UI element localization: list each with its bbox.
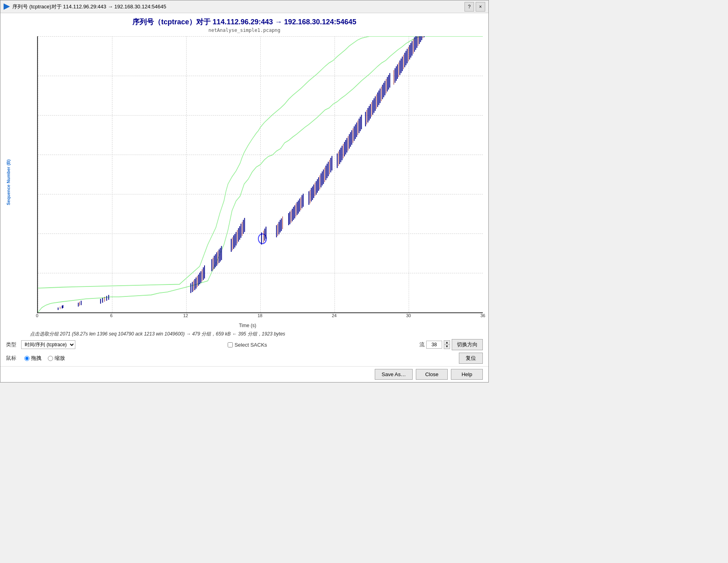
grid-h-7: [38, 312, 483, 313]
main-window: 序列号 (tcptrace)对于 114.112.96.29:443 → 192…: [0, 0, 489, 383]
flow-label: 流: [419, 341, 425, 348]
x-label-0: 0: [36, 313, 38, 318]
x-axis-title: Time (s): [12, 323, 483, 328]
reset-button[interactable]: 复位: [459, 353, 483, 364]
flow-number-input[interactable]: [426, 341, 442, 349]
flow-spinner[interactable]: ▲ ▼: [444, 340, 450, 349]
y-axis-label: Sequence Number (B): [6, 36, 11, 328]
controls-row2: 鼠标 拖拽 缩放 复位: [6, 353, 483, 364]
flow-control: 流 ▲ ▼ 切换方向: [419, 339, 483, 350]
zoom-radio[interactable]: [48, 356, 53, 361]
info-bar: 点击选取分组 2071 (58.27s len 1396 seq 104790 …: [30, 331, 483, 337]
title-bar: 序列号 (tcptrace)对于 114.112.96.29:443 → 192…: [0, 0, 488, 13]
select-sacks-label: Select SACKs: [234, 342, 267, 348]
save-as-button[interactable]: Save As…: [375, 369, 413, 380]
title-bar-buttons: ? ×: [464, 2, 485, 12]
x-label-18: 18: [258, 313, 262, 318]
drag-radio-item[interactable]: 拖拽: [24, 355, 41, 362]
x-label-12: 12: [183, 313, 188, 318]
chart-plot[interactable]: 700000 600000 500000 400000 300000 20000…: [37, 36, 483, 313]
x-label-30: 30: [406, 313, 411, 318]
mouse-mode-group: 拖拽 缩放: [24, 355, 65, 362]
flow-spin-down[interactable]: ▼: [444, 345, 450, 349]
chart-area: Sequence Number (B) 700000 600000 500000…: [6, 36, 483, 328]
flow-spin-up[interactable]: ▲: [444, 341, 450, 345]
x-label-24: 24: [332, 313, 336, 318]
close-button[interactable]: Close: [416, 369, 448, 380]
controls-row1: 类型 时间/序列 (tcptrace) Select SACKs 流 ▲ ▼ 切…: [6, 339, 483, 350]
main-content: 序列号（tcptrace）对于 114.112.96.29:443 → 192.…: [0, 13, 488, 366]
close-title-button[interactable]: ×: [476, 2, 485, 12]
sacks-area: Select SACKs: [80, 342, 415, 348]
drag-label: 拖拽: [31, 355, 41, 362]
select-sacks-checkbox[interactable]: [228, 342, 233, 347]
chart-subtitle: netAnalyse_simple1.pcapng: [6, 27, 483, 33]
x-axis-labels: 0 6 12 18 24 30 36: [37, 313, 483, 322]
mouse-label: 鼠标: [6, 355, 16, 362]
x-label-36: 36: [480, 313, 485, 318]
drag-radio[interactable]: [24, 356, 30, 361]
help-title-button[interactable]: ?: [464, 2, 474, 12]
chart-title: 序列号（tcptrace）对于 114.112.96.29:443 → 192.…: [6, 17, 483, 27]
zoom-label: 缩放: [55, 355, 65, 362]
switch-direction-button[interactable]: 切换方向: [452, 339, 483, 350]
type-label: 类型: [6, 341, 16, 348]
reset-btn-container: 复位: [459, 353, 483, 364]
chart-inner: 700000 600000 500000 400000 300000 20000…: [12, 36, 483, 328]
chart-svg: [38, 36, 483, 312]
help-button[interactable]: Help: [451, 369, 483, 380]
app-icon: [4, 4, 10, 10]
title-bar-text: 序列号 (tcptrace)对于 114.112.96.29:443 → 192…: [12, 3, 464, 10]
x-label-6: 6: [110, 313, 112, 318]
type-dropdown[interactable]: 时间/序列 (tcptrace): [21, 340, 75, 349]
bottom-bar: Save As… Close Help: [0, 366, 488, 382]
zoom-radio-item[interactable]: 缩放: [48, 355, 65, 362]
